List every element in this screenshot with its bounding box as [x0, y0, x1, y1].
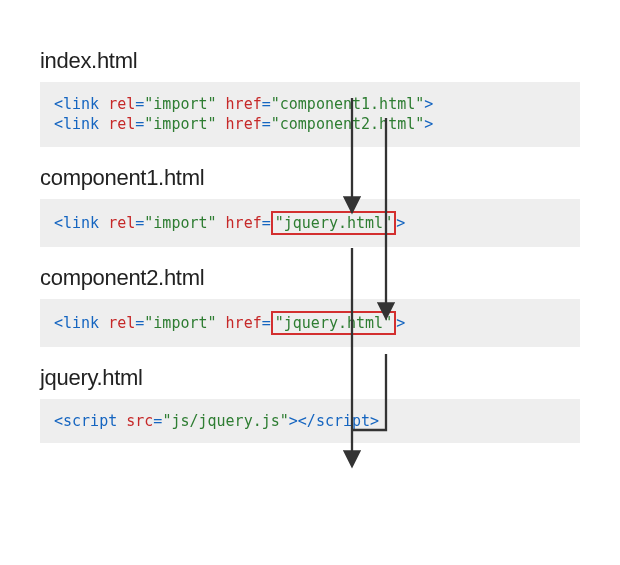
- section-title-component2: component2.html: [40, 265, 580, 291]
- highlight-href-2: "jquery.html": [271, 311, 396, 335]
- attr-href: href: [226, 115, 262, 133]
- attr-href: href: [226, 95, 262, 113]
- code-component2: <link rel="import" href="jquery.html">: [40, 299, 580, 347]
- section-title-jquery: jquery.html: [40, 365, 580, 391]
- tag-name: link: [63, 214, 99, 232]
- val-src: js/jquery.js: [171, 412, 279, 430]
- attr-href: href: [226, 314, 262, 332]
- attr-rel: rel: [108, 115, 135, 133]
- highlight-href-1: "jquery.html": [271, 211, 396, 235]
- val-rel: import: [153, 314, 207, 332]
- section-title-index: index.html: [40, 48, 580, 74]
- tag-name: link: [63, 314, 99, 332]
- code-index: <link rel="import" href="component1.html…: [40, 82, 580, 147]
- attr-rel: rel: [108, 314, 135, 332]
- attr-rel: rel: [108, 95, 135, 113]
- code-jquery: <script src="js/jquery.js"></script>: [40, 399, 580, 443]
- val-rel: import: [153, 115, 207, 133]
- val-rel: import: [153, 214, 207, 232]
- val-rel: import: [153, 95, 207, 113]
- val-href: jquery.html: [284, 314, 383, 332]
- attr-src: src: [126, 412, 153, 430]
- tag-name: script: [316, 412, 370, 430]
- attr-rel: rel: [108, 214, 135, 232]
- tag-name: link: [63, 95, 99, 113]
- section-title-component1: component1.html: [40, 165, 580, 191]
- code-component1: <link rel="import" href="jquery.html">: [40, 199, 580, 247]
- val-href: component1.html: [280, 95, 415, 113]
- attr-href: href: [226, 214, 262, 232]
- val-href: jquery.html: [284, 214, 383, 232]
- val-href: component2.html: [280, 115, 415, 133]
- tag-name: script: [63, 412, 117, 430]
- tag-name: link: [63, 115, 99, 133]
